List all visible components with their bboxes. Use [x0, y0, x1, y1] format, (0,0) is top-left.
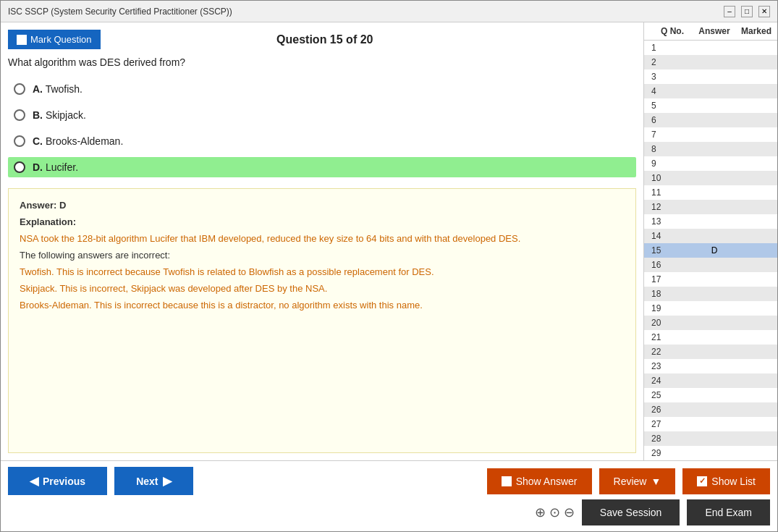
sidebar-col-marked: Marked: [735, 26, 777, 36]
sidebar-row[interactable]: 6: [644, 113, 777, 127]
sidebar-row[interactable]: 29: [644, 446, 777, 460]
sidebar-row-num: 13: [644, 216, 693, 227]
sidebar-row[interactable]: 23: [644, 359, 777, 373]
sidebar-row[interactable]: 15 D: [644, 243, 777, 258]
save-session-button[interactable]: Save Session: [582, 499, 680, 525]
sidebar-row[interactable]: 14: [644, 229, 777, 243]
sidebar-row[interactable]: 4: [644, 84, 777, 98]
sidebar-row-num: 7: [644, 130, 693, 140]
review-button[interactable]: Review ▼: [599, 468, 676, 494]
sidebar-row-num: 17: [644, 274, 693, 284]
window-controls: – □ ✕: [724, 6, 770, 17]
show-list-label: Show List: [711, 476, 756, 487]
option-b-label: B. Skipjack.: [33, 109, 86, 121]
option-c[interactable]: C. Brooks-Aldeman.: [8, 131, 636, 151]
option-d-radio[interactable]: [14, 161, 25, 173]
sidebar-row-num: 12: [644, 202, 693, 212]
option-a-label: A. Twofish.: [33, 83, 83, 95]
sidebar-row-num: 9: [644, 159, 693, 169]
sidebar-row-num: 15: [644, 245, 693, 256]
sidebar-row[interactable]: 21: [644, 330, 777, 345]
option-b[interactable]: B. Skipjack.: [8, 105, 636, 125]
sidebar-row[interactable]: 24: [644, 373, 777, 388]
minimize-button[interactable]: –: [724, 6, 735, 17]
mark-icon: [17, 35, 27, 45]
mark-question-button[interactable]: Mark Question: [8, 30, 101, 49]
explanation-line-4: Skipjack. This is incorrect, Skipjack wa…: [20, 283, 625, 294]
question-title: Question 15 of 20: [101, 33, 549, 46]
sidebar-row-num: 22: [644, 347, 693, 357]
sidebar-row[interactable]: 25: [644, 388, 777, 402]
close-button[interactable]: ✕: [758, 6, 770, 17]
bottom-action-row: ⊕ ⊙ ⊖ Save Session End Exam: [8, 499, 770, 525]
sidebar-row-num: 23: [644, 361, 693, 371]
sidebar-row-num: 10: [644, 173, 693, 183]
zoom-out-button[interactable]: ⊖: [564, 504, 575, 520]
sidebar-row[interactable]: 12: [644, 200, 777, 214]
sidebar-row[interactable]: 16: [644, 258, 777, 272]
option-c-radio[interactable]: [14, 135, 25, 147]
sidebar-row-num: 14: [644, 231, 693, 241]
sidebar-row[interactable]: 11: [644, 185, 777, 200]
end-exam-label: End Exam: [705, 507, 752, 518]
sidebar-row-num: 11: [644, 187, 693, 198]
zoom-controls: ⊕ ⊙ ⊖: [535, 504, 575, 520]
sidebar-row[interactable]: 2: [644, 55, 777, 69]
title-bar: ISC SSCP (System Security Certified Prac…: [1, 1, 777, 22]
sidebar-row-num: 2: [644, 57, 693, 67]
sidebar-row-num: 1: [644, 43, 693, 53]
option-d[interactable]: D. Lucifer.: [8, 157, 636, 177]
sidebar-row[interactable]: 19: [644, 301, 777, 316]
sidebar-row[interactable]: 28: [644, 431, 777, 446]
sidebar-row-num: 6: [644, 115, 693, 125]
sidebar-row-num: 25: [644, 390, 693, 400]
save-session-label: Save Session: [600, 507, 662, 518]
sidebar-row[interactable]: 27: [644, 417, 777, 431]
right-chevron-icon: ▶: [163, 474, 172, 488]
end-exam-button[interactable]: End Exam: [687, 499, 770, 525]
sidebar-row-num: 4: [644, 86, 693, 96]
sidebar-row-num: 29: [644, 448, 693, 458]
show-list-check-icon: [697, 476, 707, 486]
sidebar-row[interactable]: 17: [644, 272, 777, 287]
sidebar-row[interactable]: 1: [644, 41, 777, 55]
sidebar-row-num: 27: [644, 419, 693, 429]
explanation-line-1: NSA took the 128-bit algorithm Lucifer t…: [20, 233, 625, 244]
show-list-button[interactable]: Show List: [682, 468, 770, 494]
sidebar-row-num: 16: [644, 260, 693, 270]
sidebar-row[interactable]: 7: [644, 127, 777, 142]
question-text: What algorithm was DES derived from?: [8, 56, 636, 68]
question-header: Mark Question Question 15 of 20: [8, 30, 636, 49]
sidebar-row-num: 8: [644, 144, 693, 154]
sidebar-row[interactable]: 26: [644, 402, 777, 417]
zoom-reset-button[interactable]: ⊙: [549, 504, 560, 520]
sidebar-row[interactable]: 10: [644, 171, 777, 185]
sidebar-row[interactable]: 13: [644, 214, 777, 229]
explanation-title: Explanation:: [20, 216, 625, 227]
question-list-sidebar: Q No. Answer Marked 1 2 3 4 5: [643, 22, 777, 460]
zoom-in-button[interactable]: ⊕: [535, 504, 546, 520]
sidebar-row[interactable]: 3: [644, 69, 777, 84]
sidebar-row[interactable]: 22: [644, 345, 777, 359]
option-c-label: C. Brooks-Aldeman.: [33, 135, 123, 147]
sidebar-question-list[interactable]: 1 2 3 4 5 6 7 8: [644, 41, 777, 460]
sidebar-row[interactable]: 9: [644, 156, 777, 171]
maximize-button[interactable]: □: [741, 6, 753, 17]
option-b-radio[interactable]: [14, 109, 25, 121]
sidebar-header: Q No. Answer Marked: [644, 22, 777, 41]
option-a-radio[interactable]: [14, 83, 25, 95]
options-list: A. Twofish. B. Skipjack. C. Brooks-Aldem…: [8, 79, 636, 177]
left-chevron-icon: ◀: [30, 474, 38, 488]
sidebar-row[interactable]: 8: [644, 142, 777, 156]
sidebar-row[interactable]: 18: [644, 287, 777, 301]
show-answer-label: Show Answer: [516, 476, 578, 487]
sidebar-row[interactable]: 20: [644, 316, 777, 330]
show-answer-button[interactable]: Show Answer: [487, 468, 592, 494]
previous-label: Previous: [43, 476, 85, 487]
next-button[interactable]: Next ▶: [114, 467, 193, 495]
sidebar-row[interactable]: 5: [644, 98, 777, 113]
mark-button-label: Mark Question: [30, 34, 92, 45]
option-a[interactable]: A. Twofish.: [8, 79, 636, 99]
previous-button[interactable]: ◀ Previous: [8, 467, 107, 495]
app-window: ISC SSCP (System Security Certified Prac…: [0, 0, 778, 532]
